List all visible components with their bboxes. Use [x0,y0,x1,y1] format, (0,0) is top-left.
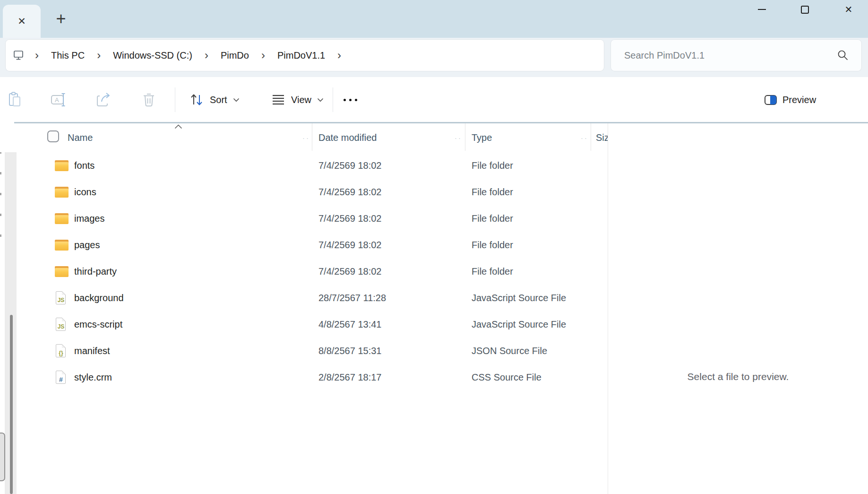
column-header-type[interactable]: Type [472,123,492,152]
file-type: File folder [472,205,513,232]
minimize-button[interactable] [751,0,773,19]
file-date-modified: 7/4/2569 18:02 [318,258,381,285]
breadcrumb-pimdo[interactable]: PimDo [218,50,252,61]
nav-scrollbar-thumb[interactable] [10,315,13,494]
file-icon [55,179,70,205]
page-fold [62,291,66,295]
column-resize-handle[interactable]: ·· [302,123,310,152]
minimize-icon [758,9,766,10]
column-header-row: Name ·· Date modified ·· Type ·· Size [0,123,608,152]
file-type: File folder [472,258,513,285]
folder-icon [55,213,69,224]
file-row[interactable]: pages 7/4/2569 18:02 File folder [17,232,608,258]
delete-icon [141,91,157,108]
sort-icon [189,93,204,107]
nav-remnant-tick [0,172,1,174]
file-date-modified: 28/7/2567 11:28 [318,285,386,311]
new-tab-button[interactable]: + [45,5,77,33]
breadcrumb-bar[interactable]: › This PC › Windows-SSD (C:) › PimDo › P… [6,40,604,71]
chevron-down-icon [317,98,324,102]
share-button[interactable] [91,77,117,122]
column-resize-handle[interactable]: ·· [581,123,588,152]
file-icon: JS [55,311,70,338]
select-all-checkbox[interactable] [47,130,59,142]
nav-scrollbar-corner[interactable] [0,433,5,481]
file-type-icon: JS [56,291,66,304]
search-icon[interactable] [837,49,849,61]
file-date-modified: 7/4/2569 18:02 [318,232,381,258]
file-row[interactable]: images 7/4/2569 18:02 File folder [17,205,608,232]
nav-remnant-tick [0,234,1,237]
breadcrumb-chevron-icon[interactable]: › [87,50,110,61]
command-toolbar: A [0,77,868,122]
file-name: icons [74,179,96,205]
file-type-icon: # [56,371,66,384]
file-type: File folder [472,232,513,258]
toolbar-divider [333,87,333,112]
file-row[interactable]: # style.crm 2/8/2567 18:17 CSS Source Fi… [17,364,608,390]
column-header-name[interactable]: Name [68,123,93,152]
column-separator [591,123,591,151]
sort-button[interactable]: Sort [189,77,240,122]
file-date-modified: 4/8/2567 13:41 [318,311,381,338]
file-type: CSS Source File [472,364,541,390]
file-type-icon: {} [56,344,66,357]
file-type: JSON Source File [472,338,547,364]
file-row[interactable]: {} manifest 8/8/2567 15:31 JSON Source F… [17,338,608,364]
delete-button[interactable] [136,77,162,122]
tab-close-icon[interactable]: ✕ [17,16,26,27]
explorer-tab[interactable]: ✕ [3,5,41,38]
page-fold [62,344,66,348]
file-row[interactable]: JS background 28/7/2567 11:28 JavaScript… [17,285,608,311]
breadcrumb-chevron-icon[interactable]: › [328,50,351,61]
preview-toggle-button[interactable]: Preview [765,77,816,122]
maximize-icon [801,6,809,14]
breadcrumb-chevron-icon[interactable]: › [195,50,218,61]
file-row[interactable]: third-party 7/4/2569 18:02 File folder [17,258,608,285]
ellipsis-icon [344,99,357,101]
search-input[interactable] [611,40,861,71]
breadcrumb-drive[interactable]: Windows-SSD (C:) [110,50,195,61]
column-resize-handle[interactable]: ·· [455,123,462,152]
nav-remnant-tick [0,214,1,216]
nav-scrollbar-track[interactable] [5,123,17,494]
file-row[interactable]: icons 7/4/2569 18:02 File folder [17,179,608,205]
close-button[interactable]: ✕ [838,0,859,19]
share-icon [95,91,113,108]
rename-button[interactable]: A [46,77,72,122]
this-pc-icon[interactable] [12,49,25,61]
maximize-button[interactable] [794,0,816,19]
column-header-date-modified[interactable]: Date modified [318,123,377,152]
file-date-modified: 2/8/2567 18:17 [318,364,381,390]
file-name: pages [74,232,100,258]
file-type: JavaScript Source File [472,311,566,338]
folder-icon [55,266,69,277]
breadcrumb-pimdov11[interactable]: PimDoV1.1 [275,50,328,61]
page-fold [62,371,66,374]
folder-icon [55,187,69,198]
preview-pane-icon [765,95,777,105]
toolbar-divider [175,87,175,112]
file-explorer-window: ✕ + ✕ › This PC › Windows-SSD (C:) › Pim… [0,0,868,494]
breadcrumb-chevron-icon[interactable]: › [252,50,275,61]
folder-icon [55,240,69,251]
paste-button[interactable] [1,77,28,122]
view-button[interactable]: View [271,77,324,122]
file-type: File folder [472,179,513,205]
column-header-size[interactable]: Size [596,123,608,152]
file-type: File folder [472,152,513,179]
file-row[interactable]: fonts 7/4/2569 18:02 File folder [17,152,608,179]
preview-pane: Select a file to preview. [608,123,868,494]
breadcrumb-this-pc[interactable]: This PC [48,50,87,61]
page-fold [62,318,66,321]
file-icon: # [55,364,70,390]
see-more-button[interactable] [337,77,363,122]
rename-icon: A [50,91,69,108]
file-icon: {} [55,338,70,364]
column-separator [465,123,465,151]
file-icon [55,152,70,179]
file-row[interactable]: JS emcs-script 4/8/2567 13:41 JavaScript… [17,311,608,338]
svg-text:A: A [55,96,59,104]
file-icon [55,205,70,232]
file-name: style.crm [74,364,112,390]
